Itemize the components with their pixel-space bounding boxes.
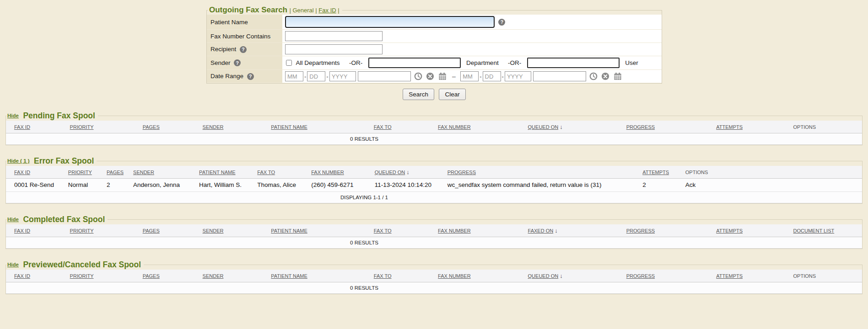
col-pages[interactable]: PAGES <box>143 228 160 233</box>
cell-fax-id[interactable]: 0001 Re-Send <box>6 179 60 192</box>
patient-name-help-icon[interactable]: ? <box>498 19 505 26</box>
pending-hide-link[interactable]: Hide <box>7 113 19 118</box>
end-year-input[interactable] <box>505 71 531 81</box>
tab-general[interactable]: General <box>292 7 313 14</box>
all-departments-checkbox[interactable] <box>286 60 292 66</box>
col-attempts[interactable]: ATTEMPTS <box>716 228 743 233</box>
recipient-help-icon[interactable]: ? <box>240 46 247 53</box>
recipient-row: Recipient ? <box>207 43 662 56</box>
col-progress[interactable]: PROGRESS <box>626 228 655 233</box>
col-fax-id[interactable]: FAX ID <box>14 228 30 233</box>
date-range-help-icon[interactable]: ? <box>247 73 254 80</box>
range-separator: – <box>452 73 456 80</box>
previewed-canceled-fax-spool-section: Hide Previewed/Canceled Fax Spool FAX ID… <box>5 260 863 294</box>
end-time-clock-icon[interactable] <box>589 72 598 80</box>
nav-bar: | <box>338 7 339 14</box>
col-priority[interactable]: PRIORITY <box>68 170 92 175</box>
col-fax-id[interactable]: FAX ID <box>14 273 30 279</box>
cell-attempts: 2 <box>634 179 677 192</box>
col-attempts[interactable]: ATTEMPTS <box>716 124 743 130</box>
recipient-input[interactable] <box>285 44 383 54</box>
user-input[interactable] <box>527 58 620 68</box>
col-progress[interactable]: PROGRESS <box>626 124 655 130</box>
previewed-hide-link[interactable]: Hide <box>7 262 19 267</box>
col-fax-id[interactable]: FAX ID <box>14 124 30 130</box>
col-patient-name[interactable]: PATIENT NAME <box>271 124 307 130</box>
end-month-input[interactable] <box>460 71 479 81</box>
end-date-clear-icon[interactable] <box>601 72 609 80</box>
col-patient-name[interactable]: PATIENT NAME <box>271 228 307 233</box>
col-queued-on[interactable]: QUEUED ON <box>528 273 559 279</box>
col-attempts[interactable]: ATTEMPTS <box>716 273 743 279</box>
sort-descending-icon: ↓ <box>560 272 563 279</box>
start-date-calendar-icon[interactable] <box>438 72 447 80</box>
error-results-row: DISPLAYING 1-1 / 1 <box>6 192 862 203</box>
form-buttons: Search Clear <box>206 89 662 100</box>
start-time-clock-icon[interactable] <box>414 72 422 80</box>
end-day-input[interactable] <box>483 71 501 81</box>
start-day-input[interactable] <box>307 71 325 81</box>
col-sender[interactable]: SENDER <box>203 273 224 279</box>
col-fax-number[interactable]: FAX NUMBER <box>438 228 471 233</box>
col-queued-on[interactable]: QUEUED ON <box>375 170 405 175</box>
error-hide-link[interactable]: Hide ( 1 ) <box>7 158 30 164</box>
completed-legend: Hide Completed Fax Spool <box>6 215 108 224</box>
col-attempts[interactable]: ATTEMPTS <box>642 170 669 175</box>
start-time-input[interactable] <box>358 71 411 81</box>
end-time-input[interactable] <box>533 71 586 81</box>
search-button[interactable]: Search <box>403 89 434 100</box>
col-progress[interactable]: PROGRESS <box>626 273 655 279</box>
fax-number-row: Fax Number Contains <box>207 30 662 43</box>
or-separator: -OR- <box>508 59 521 66</box>
col-progress[interactable]: PROGRESS <box>447 170 476 175</box>
col-fax-to[interactable]: FAX TO <box>374 228 392 233</box>
col-fax-to[interactable]: FAX TO <box>374 124 392 130</box>
completed-results-row: 0 RESULTS <box>6 237 862 249</box>
sender-row: Sender ? All Departments -OR- Department… <box>207 56 662 70</box>
start-year-input[interactable] <box>329 71 356 81</box>
completed-hide-link[interactable]: Hide <box>7 217 19 222</box>
completed-fax-spool-section: Hide Completed Fax Spool FAX ID PRIORITY… <box>5 215 863 249</box>
end-date-calendar-icon[interactable] <box>614 72 622 80</box>
fax-number-input[interactable] <box>285 31 383 41</box>
start-date-clear-icon[interactable] <box>426 72 434 80</box>
col-fax-to[interactable]: FAX TO <box>374 273 392 279</box>
search-form-wrapper: Outgoing Fax Search | General | Fax ID |… <box>206 5 662 100</box>
col-sender[interactable]: SENDER <box>203 228 224 233</box>
col-patient-name[interactable]: PATIENT NAME <box>271 273 307 279</box>
completed-table: FAX ID PRIORITY PAGES SENDER PATIENT NAM… <box>6 224 862 249</box>
col-options: OPTIONS <box>793 273 816 279</box>
tab-fax-id[interactable]: Fax ID <box>318 7 336 14</box>
col-pages[interactable]: PAGES <box>107 170 124 175</box>
col-fax-number[interactable]: FAX NUMBER <box>438 273 471 279</box>
clear-button[interactable]: Clear <box>439 89 465 100</box>
sender-help-icon[interactable]: ? <box>234 59 241 66</box>
error-fax-spool-section: Hide ( 1 ) Error Fax Spool FAX ID PRIORI… <box>5 156 863 204</box>
col-fax-to[interactable]: FAX TO <box>257 170 275 175</box>
date-separator: - <box>326 73 328 80</box>
col-sender[interactable]: SENDER <box>133 170 154 175</box>
col-sender[interactable]: SENDER <box>203 124 224 130</box>
pending-header-row: FAX ID PRIORITY PAGES SENDER PATIENT NAM… <box>6 121 862 133</box>
pending-fax-spool-section: Hide Pending Fax Spool FAX ID PRIORITY P… <box>5 111 863 145</box>
col-priority[interactable]: PRIORITY <box>70 228 94 233</box>
col-fax-number[interactable]: FAX NUMBER <box>438 124 471 130</box>
col-priority[interactable]: PRIORITY <box>70 124 94 130</box>
col-document-list[interactable]: DOCUMENT LIST <box>793 228 835 233</box>
cell-options-ack[interactable]: Ack <box>677 179 862 192</box>
col-pages[interactable]: PAGES <box>143 273 160 279</box>
col-fax-id[interactable]: FAX ID <box>14 170 30 175</box>
col-priority[interactable]: PRIORITY <box>70 273 94 279</box>
col-faxed-on[interactable]: FAXED ON <box>528 228 554 233</box>
col-patient-name[interactable]: PATIENT NAME <box>199 170 235 175</box>
patient-name-input[interactable] <box>285 16 495 28</box>
recipient-label-cell: Recipient ? <box>207 43 282 56</box>
col-fax-number[interactable]: FAX NUMBER <box>311 170 344 175</box>
date-separator: - <box>480 73 481 80</box>
col-queued-on[interactable]: QUEUED ON <box>528 124 559 130</box>
search-fields-table: Patient Name ? Fax Number Contains Recip… <box>207 15 662 83</box>
col-pages[interactable]: PAGES <box>143 124 160 130</box>
start-month-input[interactable] <box>285 71 303 81</box>
fax-number-input-cell <box>282 30 662 43</box>
department-input[interactable] <box>368 58 461 68</box>
